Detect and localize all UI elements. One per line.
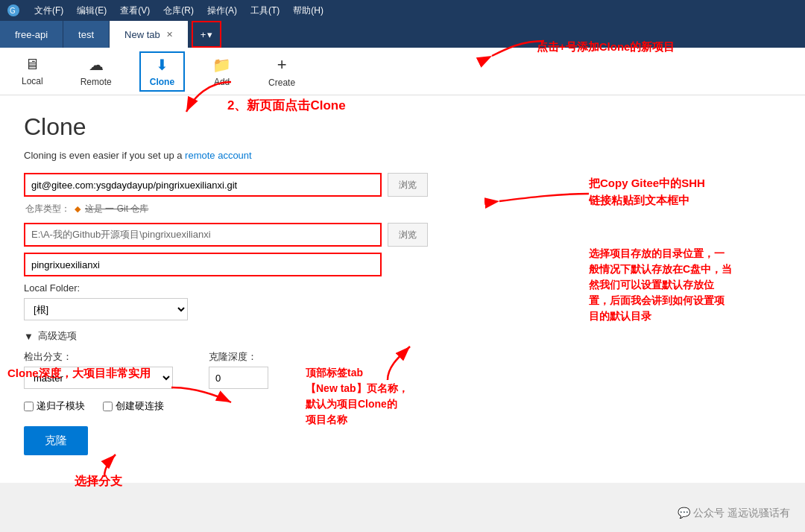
toolbar-create-label: Create bbox=[268, 77, 295, 88]
repo-type-label: 仓库类型： bbox=[25, 203, 70, 215]
tab-new-button[interactable]: + ▾ bbox=[192, 21, 222, 48]
chevron-icon: ▼ bbox=[24, 331, 34, 342]
remote-account-link[interactable]: remote account bbox=[185, 150, 252, 161]
path-input[interactable] bbox=[24, 223, 382, 247]
page-title: Clone bbox=[24, 113, 781, 141]
add-icon: 📁 bbox=[212, 56, 231, 74]
toolbar-clone[interactable]: ⬇ Clone bbox=[139, 51, 185, 92]
branch-label: 检出分支： bbox=[24, 350, 173, 364]
clone-page: Clone Cloning is even easier if you set … bbox=[0, 95, 805, 483]
tab-test[interactable]: test bbox=[63, 21, 110, 48]
local-icon: 🖥 bbox=[25, 56, 40, 73]
clone-description: Cloning is even easier if you set up a r… bbox=[24, 150, 781, 161]
toolbar-add-label: Add bbox=[214, 77, 230, 87]
advanced-label: 高级选项 bbox=[38, 329, 77, 343]
depth-input[interactable] bbox=[209, 367, 268, 389]
path-row: 浏览 bbox=[24, 223, 781, 247]
branch-select[interactable]: master bbox=[24, 367, 173, 389]
app-logo: G bbox=[6, 3, 21, 18]
watermark: 💬 公众号 遥远说骚话有 bbox=[678, 507, 790, 520]
menu-file[interactable]: 文件(F) bbox=[28, 3, 69, 19]
menu-repo[interactable]: 仓库(R) bbox=[157, 3, 200, 19]
url-row: 浏览 bbox=[24, 173, 781, 197]
tab-close-icon[interactable]: ✕ bbox=[166, 30, 173, 39]
clone-icon: ⬇ bbox=[156, 56, 168, 74]
remote-icon: ☁ bbox=[89, 56, 104, 74]
advanced-fields: 检出分支： master 克隆深度： bbox=[24, 350, 781, 389]
url-browse-button[interactable]: 浏览 bbox=[388, 173, 428, 197]
menu-bar: G 文件(F) 编辑(E) 查看(V) 仓库(R) 操作(A) 工具(T) 帮助… bbox=[0, 0, 805, 21]
recursive-checkbox-item[interactable]: 递归子模块 bbox=[24, 399, 85, 413]
depth-field: 克隆深度： bbox=[209, 350, 268, 389]
plus-icon: + bbox=[201, 29, 206, 40]
toolbar-add[interactable]: 📁 Add bbox=[203, 52, 241, 91]
url-input[interactable] bbox=[24, 173, 382, 197]
toolbar-clone-label: Clone bbox=[150, 77, 174, 87]
menu-help[interactable]: 帮助(H) bbox=[287, 3, 329, 19]
dropdown-icon: ▾ bbox=[207, 29, 212, 40]
create-icon: + bbox=[277, 55, 287, 75]
toolbar-local[interactable]: 🖥 Local bbox=[12, 52, 53, 90]
tab-free-api[interactable]: free-api bbox=[0, 21, 63, 48]
menu-edit[interactable]: 编辑(E) bbox=[71, 3, 113, 19]
toolbar-remote[interactable]: ☁ Remote bbox=[71, 52, 121, 91]
name-row bbox=[24, 253, 781, 276]
diamond-icon: ◆ bbox=[75, 204, 80, 214]
toolbar-create[interactable]: + Create bbox=[259, 51, 305, 92]
svg-text:G: G bbox=[10, 7, 16, 15]
folder-select-row: [根] bbox=[24, 298, 781, 320]
name-input[interactable] bbox=[24, 253, 382, 276]
wechat-icon: 💬 bbox=[678, 507, 690, 519]
toolbar-local-label: Local bbox=[22, 76, 43, 86]
branch-field: 检出分支： master bbox=[24, 350, 173, 389]
repo-type-row: 仓库类型： ◆ 这是 一 Git 仓库 bbox=[24, 203, 781, 215]
local-folder-label: Local Folder: bbox=[24, 282, 781, 294]
menu-actions[interactable]: 操作(A) bbox=[201, 3, 243, 19]
hardlink-checkbox-item[interactable]: 创建硬连接 bbox=[103, 399, 164, 413]
advanced-section: ▼ 高级选项 检出分支： master 克隆深度： 递归子模块 创建硬连接 bbox=[24, 329, 781, 413]
menu-tools[interactable]: 工具(T) bbox=[244, 3, 285, 19]
folder-dropdown[interactable]: [根] bbox=[24, 298, 188, 320]
tab-new-tab[interactable]: New tab ✕ bbox=[110, 21, 189, 48]
recursive-label: 递归子模块 bbox=[37, 399, 85, 413]
toolbar: 🖥 Local ☁ Remote ⬇ Clone 📁 Add + Create bbox=[0, 48, 805, 95]
recursive-checkbox[interactable] bbox=[24, 402, 34, 411]
depth-label: 克隆深度： bbox=[209, 350, 268, 364]
menu-view[interactable]: 查看(V) bbox=[114, 3, 156, 19]
tab-bar: free-api test New tab ✕ + ▾ bbox=[0, 21, 805, 48]
path-browse-button[interactable]: 浏览 bbox=[388, 223, 428, 247]
checkboxes-row: 递归子模块 创建硬连接 bbox=[24, 399, 781, 413]
hardlink-label: 创建硬连接 bbox=[116, 399, 164, 413]
hardlink-checkbox[interactable] bbox=[103, 402, 113, 411]
repo-type-text: 这是 一 Git 仓库 bbox=[85, 203, 148, 215]
clone-button[interactable]: 克隆 bbox=[24, 426, 88, 455]
toolbar-remote-label: Remote bbox=[80, 77, 112, 87]
advanced-toggle[interactable]: ▼ 高级选项 bbox=[24, 329, 781, 343]
